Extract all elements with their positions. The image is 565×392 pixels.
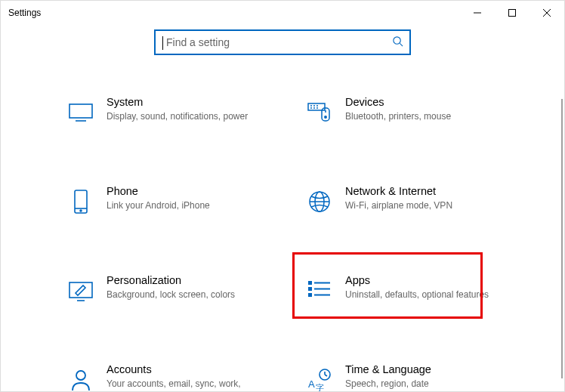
category-desc: Link your Android, iPhone (107, 199, 261, 211)
search-icon (392, 35, 403, 50)
svg-rect-1 (509, 10, 516, 17)
category-desc: Background, lock screen, colors (107, 289, 261, 301)
category-devices[interactable]: Devices Bluetooth, printers, mouse (300, 93, 504, 138)
category-title: Network & Internet (345, 185, 499, 197)
phone-icon (66, 187, 96, 217)
system-icon (66, 97, 96, 128)
svg-line-35 (325, 375, 327, 376)
titlebar: Settings (1, 1, 564, 25)
category-title: Personalization (107, 274, 261, 286)
svg-rect-6 (69, 104, 92, 118)
category-title: Apps (345, 274, 499, 286)
svg-point-32 (76, 371, 85, 380)
svg-point-16 (325, 116, 326, 118)
categories-grid: System Display, sound, notifications, po… (61, 93, 504, 391)
category-system[interactable]: System Display, sound, notifications, po… (61, 93, 265, 138)
category-desc: Bluetooth, printers, mouse (345, 110, 499, 122)
category-accounts[interactable]: Accounts Your accounts, email, sync, wor… (61, 360, 265, 391)
category-title: System (107, 96, 261, 108)
svg-rect-28 (309, 288, 311, 290)
minimize-button[interactable] (460, 1, 495, 25)
category-time-language[interactable]: A 字 Time & Language Speech, region, date (300, 360, 504, 391)
apps-icon (304, 276, 335, 306)
time-language-icon: A 字 (304, 365, 335, 391)
category-desc: Uninstall, defaults, optional features (345, 289, 499, 301)
category-desc: Wi-Fi, airplane mode, VPN (345, 199, 499, 211)
maximize-button[interactable] (495, 1, 529, 25)
close-button[interactable] (529, 1, 564, 25)
svg-rect-30 (309, 294, 311, 296)
category-title: Devices (345, 96, 499, 108)
category-title: Accounts (107, 363, 261, 375)
window-controls (460, 1, 564, 25)
category-phone[interactable]: Phone Link your Android, iPhone (61, 182, 265, 227)
svg-point-20 (80, 210, 82, 211)
category-desc: Your accounts, email, sync, work, other … (107, 378, 261, 391)
svg-text:字: 字 (316, 383, 324, 391)
globe-icon (304, 187, 335, 217)
category-title: Time & Language (345, 363, 499, 375)
category-desc: Display, sound, notifications, power (107, 110, 261, 122)
category-apps[interactable]: Apps Uninstall, defaults, optional featu… (300, 271, 504, 316)
content-area: System Display, sound, notifications, po… (1, 25, 564, 391)
scrollbar[interactable] (561, 99, 563, 378)
category-desc: Speech, region, date (345, 378, 499, 390)
category-network[interactable]: Network & Internet Wi-Fi, airplane mode,… (300, 182, 504, 227)
text-caret (162, 36, 163, 50)
svg-point-4 (394, 36, 400, 43)
svg-text:A: A (308, 378, 315, 390)
category-title: Phone (107, 185, 261, 197)
devices-icon (304, 97, 335, 128)
search-box[interactable] (154, 29, 411, 55)
category-personalization[interactable]: Personalization Background, lock screen,… (61, 271, 265, 316)
svg-rect-26 (309, 282, 311, 284)
search-wrap (1, 29, 564, 55)
svg-line-5 (400, 43, 403, 46)
search-input[interactable] (162, 36, 392, 48)
personalization-icon (66, 276, 96, 306)
window-title: Settings (8, 8, 41, 18)
accounts-icon (66, 365, 96, 391)
svg-rect-24 (69, 282, 92, 298)
